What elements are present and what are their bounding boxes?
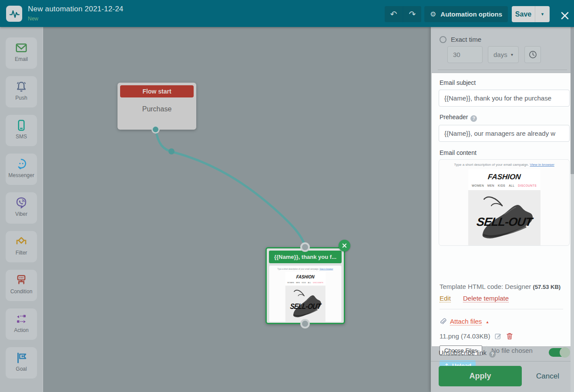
help-icon[interactable]: ? (470, 115, 477, 122)
email-node-output-connector[interactable] (300, 319, 310, 328)
sidebar-item-label: Email (15, 56, 28, 62)
chevron-down-icon: ▾ (511, 52, 513, 57)
sidebar-item-label: Action (14, 327, 28, 333)
close-editor-button[interactable] (560, 10, 570, 21)
close-icon (560, 10, 570, 21)
preview-description: Type a short description of your email c… (278, 268, 319, 270)
sidebar-item-viber[interactable]: Viber (6, 192, 37, 224)
toggle-knob (560, 347, 570, 358)
automation-editor: New automation 2021-12-24 New ↶ ↷ ⚙ Auto… (0, 0, 574, 392)
attached-file-name: 11.png (74.03KB) (440, 332, 490, 340)
delay-unit-value: days (493, 51, 507, 58)
preview-nav-item: DISCOUNTS (313, 281, 323, 284)
preview-nav-item: MEN (296, 281, 300, 284)
chevron-up-icon: ▴ (486, 319, 488, 324)
attached-file-row: 11.png (74.03KB) (440, 332, 513, 340)
sidebar-item-email[interactable]: Email (6, 37, 37, 69)
automation-options-label: Automation options (440, 10, 502, 18)
redo-button[interactable]: ↷ (403, 6, 421, 22)
preview-nav-item: MEN (487, 184, 494, 187)
preview-brand: FASHION (487, 173, 521, 181)
edit-template-link[interactable]: Edit (440, 295, 451, 302)
email-icon (15, 41, 28, 54)
sidebar-item-messenger[interactable]: Messenger (6, 154, 37, 185)
sidebar-item-label: Condition (10, 288, 33, 295)
email-content-preview[interactable]: Type a short description of your email c… (439, 159, 570, 246)
sidebar-item-sms[interactable]: SMS (6, 115, 37, 146)
automation-options-button[interactable]: ⚙ Automation options (424, 6, 508, 22)
email-settings-panel: Exact time days ▾ Email subject {{Name}}… (431, 27, 574, 392)
flow-start-output-connector[interactable] (151, 125, 160, 134)
flow-start-node-body: Purchase (117, 105, 196, 113)
email-node-preview: Type a short description of your email c… (269, 265, 342, 322)
delete-template-link[interactable]: Delete template (463, 295, 509, 302)
delay-unit-select[interactable]: days ▾ (488, 46, 519, 63)
save-button-group: Save ▾ (512, 6, 550, 22)
edge-midpoint-handle[interactable] (168, 148, 175, 154)
preheader-label: Preheader? (440, 114, 477, 122)
sidebar-item-label: Messenger (8, 172, 34, 178)
panel-scrollbar[interactable] (571, 27, 574, 392)
preview-nav-item: WOMEN (472, 184, 484, 187)
panel-divider (438, 70, 567, 70)
edit-icon (494, 332, 502, 340)
sidebar-item-goal[interactable]: Goal (6, 347, 37, 379)
template-size: (57.53 KB) (533, 284, 561, 290)
apply-button[interactable]: Apply (439, 366, 522, 386)
condition-icon (15, 274, 28, 287)
email-settings-highlight: Email subject {{Name}}, thank you for th… (432, 73, 571, 346)
sidebar-item-label: Goal (16, 366, 27, 372)
rename-file-button[interactable] (494, 332, 502, 340)
filter-icon (15, 235, 28, 248)
delete-file-button[interactable] (506, 332, 513, 340)
chevron-down-icon: ▾ (541, 11, 544, 17)
panel-footer-divider (431, 361, 574, 362)
goal-flag-icon (15, 351, 28, 364)
attach-files-link[interactable]: Attach files (450, 318, 482, 325)
sidebar-item-label: SMS (16, 134, 27, 140)
save-dropdown-button[interactable]: ▾ (535, 6, 550, 22)
preview-brand: FASHION (296, 274, 315, 280)
email-node-header: {{Name}}, thank you f... (269, 251, 342, 263)
view-in-browser-link[interactable]: View in browser (530, 163, 554, 167)
sidebar-item-condition[interactable]: Condition (6, 270, 37, 301)
cancel-button[interactable]: Cancel (536, 372, 559, 381)
save-button[interactable]: Save (512, 6, 535, 22)
preview-nav-item: ALL (308, 281, 311, 284)
pulse-icon (8, 8, 20, 20)
unsubscribe-link-label: Unsubscribe link? (439, 349, 496, 358)
exact-time-option[interactable]: Exact time (440, 36, 481, 43)
undo-icon: ↶ (390, 9, 397, 19)
gear-icon: ⚙ (430, 10, 436, 18)
page-title: New automation 2021-12-24 (28, 5, 124, 13)
delay-value-input[interactable] (447, 46, 483, 63)
sidebar-item-label: Push (15, 95, 27, 101)
preheader-input[interactable]: {{Name}}, our managers are already w {} … (439, 125, 570, 142)
delete-node-button[interactable] (339, 240, 350, 251)
no-file-chosen-text: No file chosen (491, 347, 533, 354)
sidebar-item-label: Viber (15, 211, 27, 217)
time-picker-button[interactable] (524, 46, 541, 63)
email-node-input-connector[interactable] (300, 242, 310, 252)
scrollbar-thumb[interactable] (571, 27, 574, 174)
unsubscribe-toggle[interactable] (549, 348, 569, 357)
action-icon (15, 312, 28, 325)
sidebar-item-filter[interactable]: Filter (6, 231, 37, 262)
flow-start-node[interactable]: Flow start Purchase (117, 83, 196, 130)
email-step-node[interactable]: {{Name}}, thank you f... Type a short de… (265, 247, 345, 324)
preheader-value: {{Name}}, our managers are already w (444, 130, 555, 137)
email-content-label: Email content (440, 149, 477, 156)
undo-button[interactable]: ↶ (385, 6, 403, 22)
sidebar-item-push[interactable]: Push (6, 76, 37, 107)
header-bar: New automation 2021-12-24 New ↶ ↷ ⚙ Auto… (0, 0, 574, 27)
template-info: Template HTML code: Designer (57.53 KB) (440, 283, 561, 290)
preview-description: Type a short description of your email c… (454, 163, 529, 167)
email-subject-input[interactable]: {{Name}}, thank you for the purchase {} … (439, 90, 570, 107)
email-subject-value: {{Name}}, thank you for the purchase (444, 94, 551, 102)
help-icon[interactable]: ? (489, 351, 496, 358)
radio-icon (440, 36, 446, 43)
close-icon (342, 243, 347, 248)
redo-icon: ↷ (409, 9, 416, 19)
sidebar-item-action[interactable]: Action (6, 308, 37, 340)
exact-time-label: Exact time (451, 36, 481, 43)
